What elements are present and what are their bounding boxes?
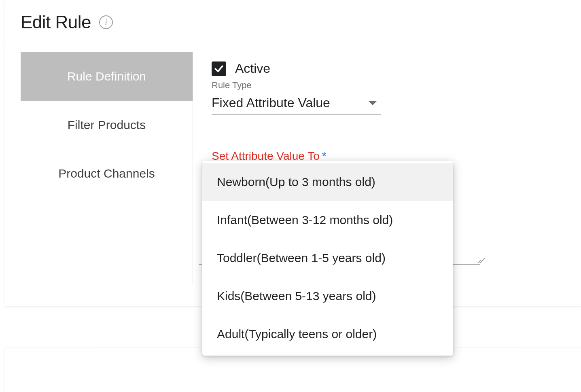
active-label: Active <box>235 61 270 76</box>
active-checkbox[interactable] <box>212 61 226 76</box>
active-row: Active <box>212 61 565 76</box>
dropdown-option-kids[interactable]: Kids(Between 5-13 years old) <box>202 277 453 315</box>
info-icon[interactable]: i <box>99 15 113 29</box>
rule-type-label: Rule Type <box>212 80 565 91</box>
dropdown-option-infant[interactable]: Infant(Between 3-12 months old) <box>202 201 453 239</box>
rule-type-value: Fixed Attribute Value <box>212 95 330 110</box>
dropdown-option-label: Newborn(Up to 3 months old) <box>217 175 375 189</box>
dropdown-option-label: Kids(Between 5-13 years old) <box>217 289 376 303</box>
dropdown-option-label: Infant(Between 3-12 months old) <box>217 213 393 227</box>
dropdown-option-label: Toddler(Between 1-5 years old) <box>217 251 386 265</box>
tabs-column: Rule Definition Filter Products Product … <box>21 52 193 285</box>
check-icon <box>214 64 224 74</box>
attribute-value-dropdown: Newborn(Up to 3 months old) Infant(Betwe… <box>202 161 453 356</box>
tab-product-channels[interactable]: Product Channels <box>21 149 193 198</box>
chevron-down-icon <box>369 101 377 105</box>
dropdown-option-newborn[interactable]: Newborn(Up to 3 months old) <box>202 163 453 201</box>
dropdown-option-adult[interactable]: Adult(Typically teens or older) <box>202 315 453 353</box>
tab-label: Filter Products <box>68 118 146 132</box>
dropdown-option-toddler[interactable]: Toddler(Between 1-5 years old) <box>202 239 453 277</box>
card-header: Edit Rule i <box>4 0 581 44</box>
page-title: Edit Rule <box>21 12 91 32</box>
dropdown-option-label: Adult(Typically teens or older) <box>217 327 377 341</box>
tab-rule-definition[interactable]: Rule Definition <box>21 52 193 101</box>
tab-label: Rule Definition <box>67 70 146 83</box>
tab-label: Product Channels <box>58 167 155 180</box>
tab-filter-products[interactable]: Filter Products <box>21 101 193 149</box>
rule-type-select[interactable]: Fixed Attribute Value <box>212 93 381 115</box>
textarea-resize-handle[interactable] <box>471 254 480 263</box>
